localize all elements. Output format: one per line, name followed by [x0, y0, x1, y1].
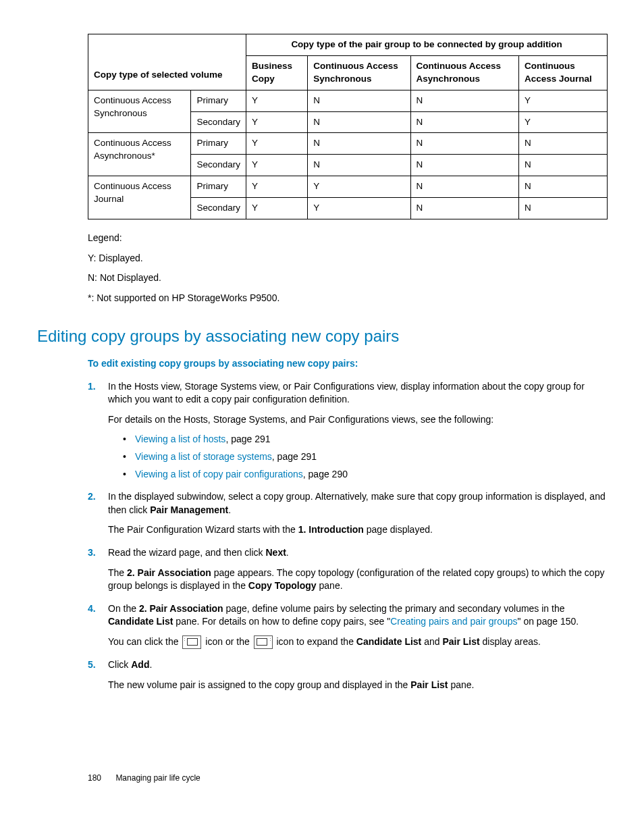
- cell: N: [518, 155, 607, 176]
- link-storage-systems[interactable]: Viewing a list of storage systems: [135, 451, 272, 462]
- step-text: The new volume pair is assigned to the c…: [108, 679, 607, 692]
- legend-n: N: Not Displayed.: [88, 271, 607, 285]
- cell: N: [410, 176, 518, 198]
- link-hosts[interactable]: Viewing a list of hosts: [135, 434, 225, 444]
- step-text: On the: [108, 603, 139, 614]
- step-number: 5.: [88, 658, 96, 672]
- bold-text: Pair Management: [150, 504, 228, 515]
- cell: Y: [518, 90, 607, 111]
- step-text: page, define volume pairs by selecting t…: [223, 603, 565, 614]
- cell: N: [410, 198, 518, 219]
- bold-text: Candidate List: [108, 616, 173, 627]
- row-sub: Primary: [191, 90, 246, 111]
- list-item: Viewing a list of copy pair configuratio…: [123, 468, 607, 481]
- row-label: Continuous Access Synchronous: [88, 90, 191, 133]
- cell: Y: [246, 176, 308, 198]
- step-number: 4.: [88, 602, 96, 616]
- step-text: " on page 150.: [518, 616, 579, 627]
- step-text: .: [228, 504, 231, 515]
- step-text: .: [286, 547, 289, 558]
- link-suffix: , page 291: [272, 451, 317, 462]
- step-text: Read the wizard page, and then click: [108, 547, 265, 558]
- bold-text: Add: [131, 659, 149, 670]
- expand-left-icon: :: [182, 635, 201, 649]
- step-text: For details on the Hosts, Storage System…: [108, 413, 607, 427]
- cell: N: [410, 90, 518, 111]
- link-suffix: , page 290: [303, 469, 348, 479]
- cell: Y: [246, 155, 308, 176]
- footer-title: Managing pair life cycle: [115, 773, 200, 783]
- cell: Y: [246, 198, 308, 219]
- cell: Y: [246, 133, 308, 155]
- step-text: The 2. Pair Association page appears. Th…: [108, 567, 607, 593]
- bold-text: Copy Topology: [248, 580, 317, 591]
- row-sub: Secondary: [191, 111, 246, 133]
- step-5: 5. Click Add. The new volume pair is ass…: [88, 658, 607, 692]
- row-label: Continuous Access Journal: [88, 176, 191, 219]
- cell: N: [308, 111, 410, 133]
- row-label: Continuous Access Asynchronous*: [88, 133, 191, 176]
- steps-list: 1. In the Hosts view, Storage Systems vi…: [88, 380, 607, 692]
- step-number: 1.: [88, 380, 96, 394]
- cell: N: [518, 133, 607, 155]
- cell: Y: [246, 111, 308, 133]
- bold-text: 1. Introduction: [298, 524, 364, 535]
- cell: Y: [308, 198, 410, 219]
- bold-text: Pair List: [410, 679, 448, 690]
- cell: Y: [518, 111, 607, 133]
- cell: N: [518, 198, 607, 219]
- legend-title: Legend:: [88, 232, 607, 245]
- col-business-copy: Business Copy: [246, 55, 308, 90]
- cell: Y: [308, 176, 410, 198]
- link-suffix: , page 291: [225, 434, 270, 444]
- cell: N: [308, 133, 410, 155]
- row-sub: Secondary: [191, 155, 246, 176]
- col-cont-sync: Continuous Access Synchronous: [308, 55, 410, 90]
- link-creating-pairs[interactable]: Creating pairs and pair groups: [390, 616, 517, 627]
- cell: N: [410, 133, 518, 155]
- cell: N: [308, 90, 410, 111]
- row-sub: Primary: [191, 176, 246, 198]
- step-text: The Pair Configuration Wizard starts wit…: [108, 523, 607, 537]
- step-number: 2.: [88, 490, 96, 504]
- col-cont-journal: Continuous Access Journal: [518, 55, 607, 90]
- step-text: .: [149, 659, 152, 670]
- bold-text: 2. Pair Association: [127, 567, 211, 578]
- cell: N: [518, 176, 607, 198]
- step-text: Click: [108, 659, 131, 670]
- row-sub: Primary: [191, 133, 246, 155]
- row-sub: Secondary: [191, 198, 246, 219]
- list-item: Viewing a list of hosts, page 291: [123, 433, 607, 446]
- step-text: You can click the : icon or the : icon t…: [108, 635, 607, 649]
- bold-text: 2. Pair Association: [139, 603, 223, 614]
- step-2: 2. In the displayed subwindow, select a …: [88, 490, 607, 537]
- copy-type-table-wrap: Copy type of selected volume Copy type o…: [88, 34, 607, 219]
- cell: N: [410, 155, 518, 176]
- step-text: pane. For details on how to define copy …: [173, 616, 390, 627]
- section-heading: Editing copy groups by associating new c…: [37, 325, 607, 348]
- step-3: 3. Read the wizard page, and then click …: [88, 546, 607, 593]
- page-number: 180: [88, 773, 101, 783]
- step-text: In the Hosts view, Storage Systems view,…: [108, 381, 585, 405]
- link-list: Viewing a list of hosts, page 291 Viewin…: [123, 433, 607, 481]
- copy-type-table: Copy type of selected volume Copy type o…: [88, 34, 608, 219]
- section-subheading: To edit existing copy groups by associat…: [88, 357, 607, 371]
- bold-text: Candidate List: [356, 636, 421, 647]
- cell: Y: [246, 90, 308, 111]
- link-pair-configs[interactable]: Viewing a list of copy pair configuratio…: [135, 469, 303, 479]
- cell: N: [308, 155, 410, 176]
- table-header-left: Copy type of selected volume: [88, 34, 246, 90]
- cell: N: [410, 111, 518, 133]
- bold-text: Next: [265, 547, 286, 558]
- page-footer: 180 Managing pair life cycle: [88, 773, 607, 784]
- expand-right-icon: :: [254, 635, 273, 649]
- step-number: 3.: [88, 546, 96, 560]
- col-cont-async: Continuous Access Asynchronous: [410, 55, 518, 90]
- step-4: 4. On the 2. Pair Association page, defi…: [88, 602, 607, 649]
- list-item: Viewing a list of storage systems, page …: [123, 450, 607, 464]
- bold-text: Pair List: [442, 636, 479, 647]
- legend: Legend: Y: Displayed. N: Not Displayed. …: [88, 232, 607, 305]
- legend-y: Y: Displayed.: [88, 252, 607, 265]
- table-header-top-right: Copy type of the pair group to be connec…: [246, 34, 608, 56]
- legend-star: *: Not supported on HP StorageWorks P950…: [88, 292, 607, 305]
